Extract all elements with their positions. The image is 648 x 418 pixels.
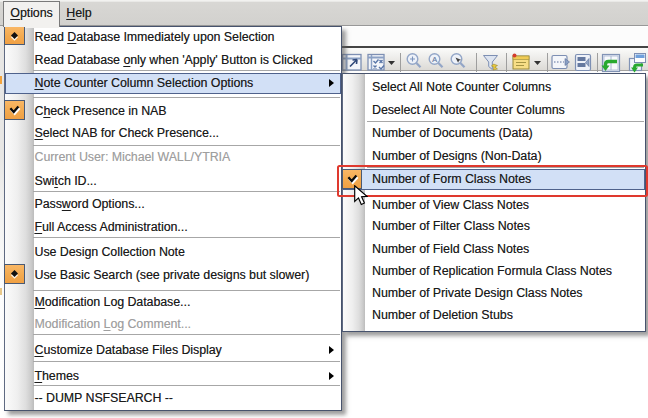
svg-text:A: A: [432, 55, 437, 64]
